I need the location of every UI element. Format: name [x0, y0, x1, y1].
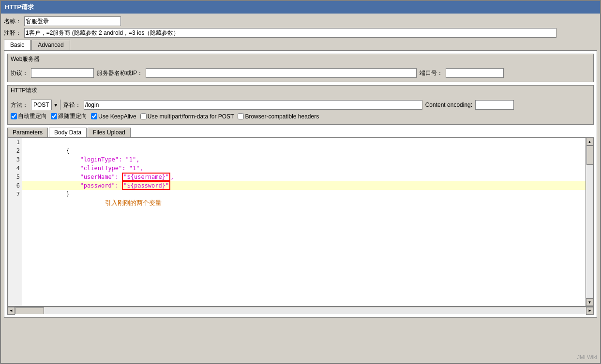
scrollbar-right[interactable]: ▲ ▼	[586, 138, 593, 306]
value-username: "${username}"	[123, 174, 169, 180]
code-content[interactable]: { "loginType": "1", "clientType": "1", "…	[22, 138, 586, 306]
watermark: JMI Wiki	[577, 354, 597, 360]
web-server-section: Web服务器 协议： 服务器名称或IP： 端口号：	[7, 54, 594, 82]
tab-content: Web服务器 协议： 服务器名称或IP： 端口号： HTTP请求	[4, 50, 597, 318]
web-server-title: Web服务器	[8, 54, 593, 64]
window-title: HTTP请求	[5, 3, 34, 11]
checkbox-browser-headers: Browser-compatible headers	[238, 113, 319, 120]
method-dropdown-arrow[interactable]: ▼	[51, 100, 60, 110]
auto-redirect-checkbox[interactable]	[11, 113, 17, 119]
web-server-fields: 协议： 服务器名称或IP： 端口号：	[11, 68, 590, 78]
main-window: HTTP请求 名称： 注释： Basic Advanced Web服务器 协议：	[0, 0, 601, 364]
tab-files-upload[interactable]: Files Upload	[88, 128, 131, 137]
name-label: 名称：	[4, 17, 21, 26]
line-num-2: 2	[10, 146, 20, 155]
line-num-3: 3	[10, 155, 20, 164]
tab-parameters[interactable]: Parameters	[7, 128, 48, 137]
encoding-label: Content encoding:	[425, 102, 472, 108]
protocol-label: 协议：	[11, 69, 28, 77]
checkbox-multipart: Use multipart/form-data for POST	[140, 113, 234, 120]
browser-headers-label: Browser-compatible headers	[245, 113, 319, 120]
web-server-content: 协议： 服务器名称或IP： 端口号：	[8, 66, 593, 82]
checkbox-auto-redirect: 自动重定向	[11, 112, 47, 120]
hscroll-thumb[interactable]	[15, 307, 44, 314]
comma-username: ,	[170, 174, 174, 180]
server-label: 服务器名称或IP：	[97, 69, 143, 77]
scroll-up-btn[interactable]: ▲	[586, 138, 594, 146]
username-var-highlight: "${username}"	[122, 173, 170, 181]
code-line-2: "loginType": "1",	[22, 146, 586, 155]
line-num-1: 1	[10, 138, 20, 146]
bracket-open: {	[66, 147, 70, 154]
code-line-1: {	[22, 138, 586, 146]
hscroll-track	[15, 307, 586, 314]
auto-redirect-label: 自动重定向	[18, 112, 47, 120]
content-area: 名称： 注释： Basic Advanced Web服务器 协议： 服务器名称或	[1, 14, 600, 320]
key-clienttype: "clientType": "1",	[66, 165, 143, 172]
key-password: "password":	[66, 182, 122, 189]
bottom-scrollbar[interactable]: ◄ ►	[7, 306, 594, 314]
protocol-input[interactable]	[31, 68, 94, 78]
name-row: 名称：	[4, 16, 597, 26]
http-request-section: HTTP请求 方法： POST ▼ 路径： Content encoding:	[7, 85, 594, 125]
path-label: 路径：	[63, 101, 81, 109]
checkbox-keepalive: Use KeepAlive	[91, 113, 136, 120]
checkboxes-row: 自动重定向 跟随重定向 Use KeepAlive Use multi	[11, 112, 590, 120]
multipart-label: Use multipart/form-data for POST	[148, 113, 234, 120]
path-input[interactable]	[84, 100, 422, 110]
line-num-6: 6	[10, 181, 20, 190]
line-num-7: 7	[10, 190, 20, 199]
keepalive-checkbox[interactable]	[91, 113, 97, 119]
annotation-text: 引入刚刚的两个变量	[105, 199, 162, 206]
method-value: POST	[31, 100, 51, 110]
scroll-down-btn[interactable]: ▼	[586, 298, 594, 306]
method-label: 方法：	[11, 101, 28, 109]
http-request-content: 方法： POST ▼ 路径： Content encoding:	[8, 98, 593, 124]
bracket-close: }	[66, 191, 70, 198]
scroll-right-btn[interactable]: ►	[586, 307, 594, 315]
line-num-4: 4	[10, 164, 20, 173]
comment-input[interactable]	[24, 28, 556, 38]
follow-redirect-checkbox[interactable]	[51, 113, 57, 119]
multipart-checkbox[interactable]	[140, 113, 147, 119]
line-numbers: 1 2 3 4 5 6 7	[8, 138, 22, 306]
code-line-7	[22, 190, 586, 199]
code-editor: 1 2 3 4 5 6 7 { "loginType": "1",	[7, 137, 594, 306]
encoding-input[interactable]	[475, 100, 514, 110]
server-input[interactable]	[146, 68, 417, 78]
key-logintype: "loginType": "1",	[66, 156, 140, 163]
value-password: "${password}"	[123, 182, 169, 189]
checkbox-follow-redirect: 跟随重定向	[51, 112, 87, 120]
comment-row: 注释：	[4, 28, 597, 38]
tab-basic[interactable]: Basic	[4, 40, 30, 50]
name-input[interactable]	[24, 16, 121, 26]
main-tabs: Basic Advanced	[4, 40, 597, 50]
method-select[interactable]: POST ▼	[31, 100, 60, 110]
title-bar: HTTP请求	[1, 1, 600, 14]
port-label: 端口号：	[420, 69, 443, 77]
follow-redirect-label: 跟随重定向	[58, 112, 87, 120]
tab-body-data[interactable]: Body Data	[49, 128, 87, 137]
scrollbar-track	[586, 146, 593, 298]
http-request-title: HTTP请求	[8, 86, 593, 96]
scroll-left-btn[interactable]: ◄	[7, 307, 15, 315]
comment-label: 注释：	[4, 29, 21, 37]
method-path-row: 方法： POST ▼ 路径： Content encoding:	[11, 100, 590, 110]
password-var-highlight: "${password}"	[122, 181, 170, 190]
browser-headers-checkbox[interactable]	[238, 113, 244, 119]
keepalive-label: Use KeepAlive	[98, 113, 136, 120]
line-num-5: 5	[10, 173, 20, 181]
key-username: "userName":	[66, 174, 122, 180]
port-input[interactable]	[446, 68, 504, 78]
inner-tabs: Parameters Body Data Files Upload	[7, 128, 594, 137]
scrollbar-thumb[interactable]	[586, 146, 593, 165]
tab-advanced[interactable]: Advanced	[31, 40, 70, 50]
